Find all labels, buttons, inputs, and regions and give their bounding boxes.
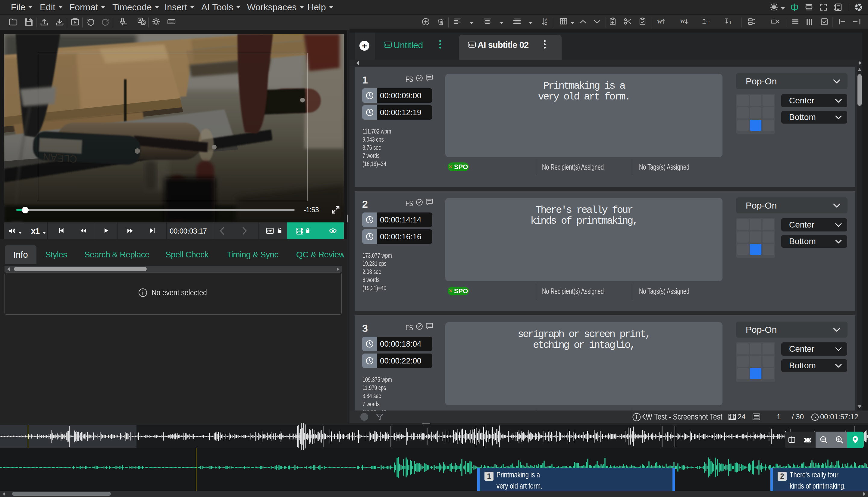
svg-text:W: W bbox=[657, 19, 662, 25]
svg-text:Z: Z bbox=[545, 22, 547, 25]
svg-text:W: W bbox=[680, 18, 685, 24]
svg-text:CC: CC bbox=[469, 43, 474, 47]
svg-text:CC: CC bbox=[267, 229, 272, 233]
svg-text:CC: CC bbox=[385, 43, 390, 47]
svg-text:T: T bbox=[729, 20, 732, 25]
svg-text:T: T bbox=[707, 20, 710, 25]
svg-text:A: A bbox=[545, 18, 547, 22]
